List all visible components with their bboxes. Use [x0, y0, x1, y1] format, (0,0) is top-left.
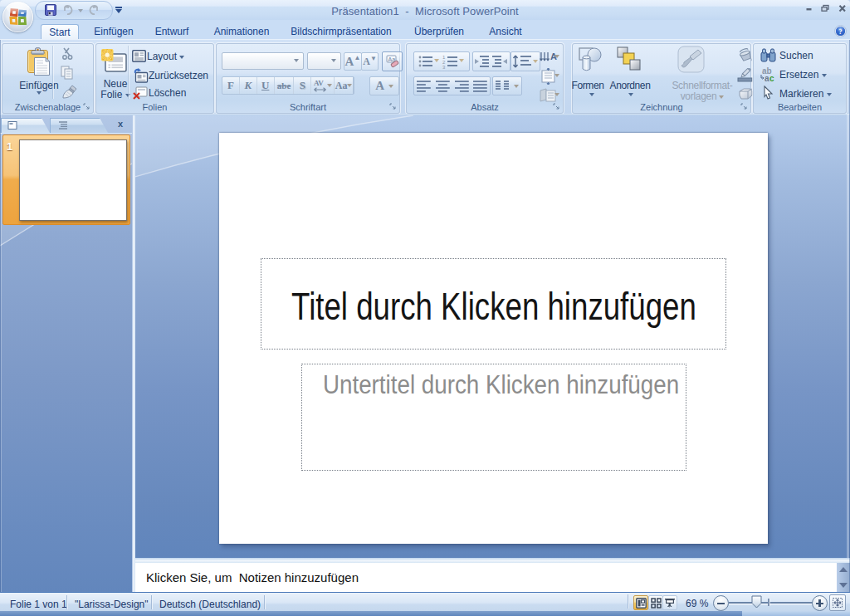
- svg-text:3: 3: [442, 65, 446, 70]
- svg-text:Aa: Aa: [388, 56, 395, 62]
- svg-text:c: c: [769, 74, 774, 83]
- svg-text:?: ?: [838, 27, 842, 36]
- svg-text:AV: AV: [314, 79, 324, 87]
